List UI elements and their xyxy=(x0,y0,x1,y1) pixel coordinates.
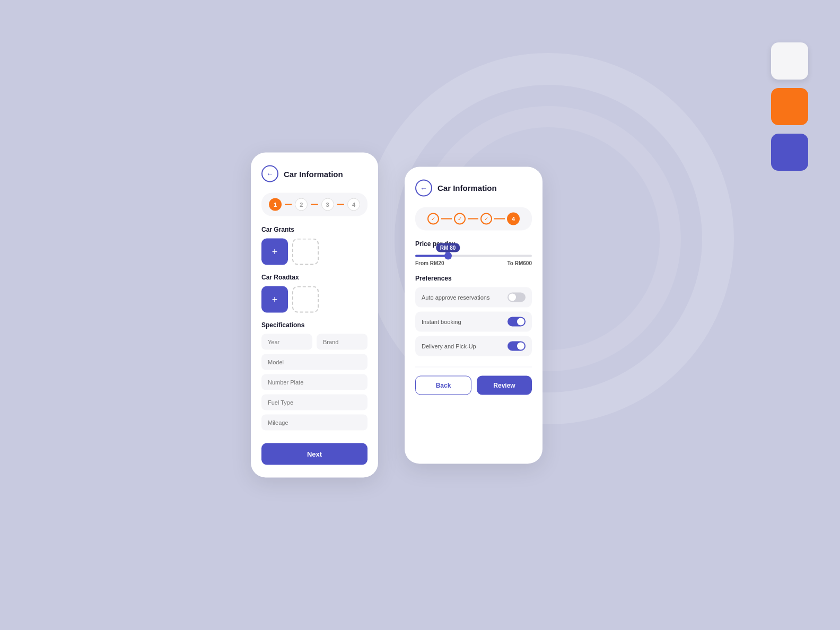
left-card-header: ← Car Information xyxy=(261,165,368,182)
swatch-purple xyxy=(771,134,808,171)
number-plate-row xyxy=(261,374,368,390)
slider-track[interactable] xyxy=(415,255,532,257)
right-step-2: ✓ xyxy=(454,213,466,224)
color-swatches xyxy=(771,42,808,171)
add-icon-roadtax: + xyxy=(272,294,278,305)
year-field[interactable] xyxy=(261,334,312,350)
right-step-3: ✓ xyxy=(480,213,492,224)
right-back-button[interactable]: ← xyxy=(415,179,432,196)
left-back-button[interactable]: ← xyxy=(261,165,278,182)
auto-approve-toggle[interactable] xyxy=(508,292,526,302)
instant-booking-toggle[interactable] xyxy=(508,317,526,326)
swatch-orange xyxy=(771,88,808,125)
back-button[interactable]: Back xyxy=(415,375,471,395)
delivery-pickup-toggle-thumb xyxy=(517,342,524,349)
mileage-row xyxy=(261,415,368,431)
right-card-header: ← Car Information xyxy=(415,179,532,196)
preference-auto-approve: Auto approve reservations xyxy=(415,287,532,307)
right-card-title: Car Information xyxy=(438,183,497,192)
slider-from: From RM20 xyxy=(415,260,444,266)
next-button[interactable]: Next xyxy=(261,443,368,465)
step-2: 2 xyxy=(295,198,308,211)
review-button[interactable]: Review xyxy=(477,375,532,395)
add-icon: + xyxy=(272,246,278,257)
model-row xyxy=(261,354,368,370)
right-card: ← Car Information ✓ ✓ ✓ 4 Price per day xyxy=(405,167,542,463)
right-back-icon: ← xyxy=(420,183,427,192)
car-roadtax-add-btn[interactable]: + xyxy=(261,286,288,313)
preference-delivery-pickup: Delivery and Pick-Up xyxy=(415,336,532,356)
slider-tooltip: RM 80 xyxy=(436,243,460,252)
step-line-1 xyxy=(285,204,292,205)
delivery-pickup-toggle[interactable] xyxy=(508,341,526,351)
car-roadtax-label: Car Roadtax xyxy=(261,274,368,281)
car-grants-label: Car Grants xyxy=(261,226,368,233)
auto-approve-toggle-thumb xyxy=(509,293,516,301)
slider-range: From RM20 To RM600 xyxy=(415,260,532,266)
delivery-pickup-label: Delivery and Pick-Up xyxy=(422,343,476,349)
price-per-day-label: Price per day xyxy=(415,240,532,247)
step-3: 3 xyxy=(321,198,334,211)
left-card-title: Car Information xyxy=(284,169,343,178)
swatch-white xyxy=(771,42,808,80)
preference-instant-booking: Instant booking xyxy=(415,311,532,331)
auto-approve-label: Auto approve reservations xyxy=(422,294,489,300)
car-grants-empty-slot[interactable] xyxy=(292,239,319,265)
right-step-indicator: ✓ ✓ ✓ 4 xyxy=(415,207,532,230)
right-step-line-2 xyxy=(468,218,478,219)
right-step-line-3 xyxy=(494,218,505,219)
car-roadtax-upload: + xyxy=(261,286,368,313)
step-4: 4 xyxy=(347,198,360,211)
left-back-icon: ← xyxy=(266,170,274,178)
right-step-4: 4 xyxy=(507,212,520,225)
number-plate-field[interactable] xyxy=(261,374,368,390)
cards-container: ← Car Information 1 2 3 4 Car Grants xyxy=(251,153,542,478)
model-field[interactable] xyxy=(261,354,368,370)
price-section: Price per day RM 80 From RM20 To RM600 xyxy=(415,240,532,266)
instant-booking-label: Instant booking xyxy=(422,318,461,325)
left-card: ← Car Information 1 2 3 4 Car Grants xyxy=(251,153,378,478)
instant-booking-toggle-thumb xyxy=(517,318,524,325)
left-step-indicator: 1 2 3 4 xyxy=(261,193,368,216)
slider-container: RM 80 xyxy=(415,255,532,257)
car-grants-upload: + xyxy=(261,239,368,265)
step-1: 1 xyxy=(269,198,282,211)
right-step-1: ✓ xyxy=(427,213,439,224)
step-line-2 xyxy=(311,204,318,205)
right-card-footer: Back Review xyxy=(415,366,532,395)
mileage-field[interactable] xyxy=(261,415,368,431)
brand-field[interactable] xyxy=(317,334,368,350)
fuel-type-row xyxy=(261,395,368,410)
fuel-type-field[interactable] xyxy=(261,395,368,410)
slider-thumb[interactable] xyxy=(444,252,452,259)
car-roadtax-empty-slot[interactable] xyxy=(292,286,319,313)
slider-to: To RM600 xyxy=(507,260,532,266)
step-line-3 xyxy=(337,204,344,205)
specifications-label: Specifications xyxy=(261,321,368,329)
right-step-line-1 xyxy=(441,218,452,219)
car-grants-add-btn[interactable]: + xyxy=(261,239,288,265)
preferences-label: Preferences xyxy=(415,274,532,282)
year-brand-row xyxy=(261,334,368,350)
